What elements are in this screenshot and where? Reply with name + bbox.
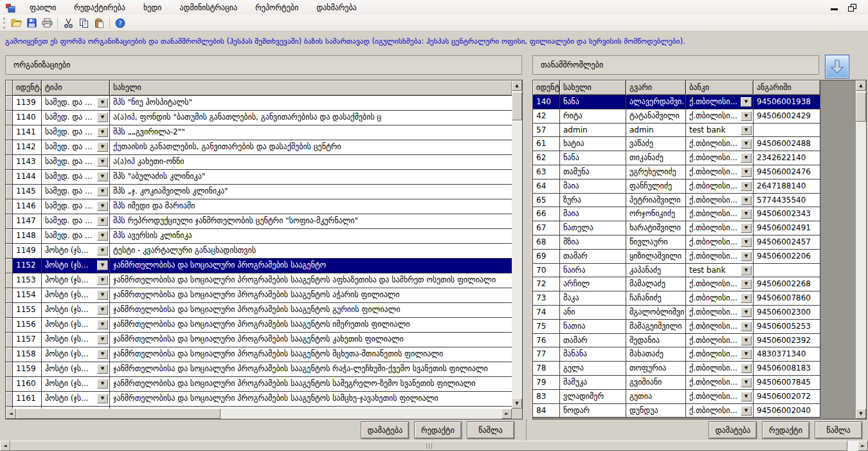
menu-item-5[interactable]: დახმარება [307, 1, 366, 15]
table-row[interactable]: 74ანიმგალობლიშვი...ქ.თბილისი...▼94506002… [533, 306, 866, 320]
table-row[interactable]: 66მაიაორჯონიკიძექ.თბილისი...▼94506002343 [533, 207, 866, 221]
type-dropdown-button[interactable]: ▼ [97, 172, 108, 181]
panel-splitter[interactable] [526, 419, 527, 443]
bank-dropdown-button[interactable]: ▼ [741, 378, 752, 387]
table-row[interactable]: 62ნანათიკანაძექ.თბილისი...▼2342622140 [533, 151, 866, 165]
table-row[interactable]: 1157ჰოსტი (ჯს...▼ჯანმრთელობისა და სოციალ… [6, 333, 522, 347]
table-row[interactable]: 1161ჰოსტი (ჯს...▼ჯანმრთელობისა და სოციალ… [6, 392, 522, 407]
type-dropdown-button[interactable]: ▼ [97, 113, 108, 122]
bank-dropdown-button[interactable]: ▼ [741, 266, 752, 275]
bank-dropdown-button[interactable]: ▼ [741, 322, 752, 331]
type-dropdown-button[interactable]: ▼ [97, 364, 108, 374]
help-button[interactable]: ? [113, 16, 128, 30]
bank-dropdown-button[interactable]: ▼ [741, 167, 752, 177]
table-row[interactable]: 1145სამედ. და ...▼შპს „ჯ. კოკიაშვილის კლ… [6, 185, 522, 199]
bank-dropdown-button[interactable]: ▼ [741, 139, 752, 149]
table-row[interactable]: 77მანანამახათაძექ.თბილისი...▼4830371340 [533, 347, 866, 362]
table-row[interactable]: 1156ჰოსტი (ჯს...▼ჯანმრთელობისა და სოციალ… [6, 318, 522, 333]
scroll-up-button[interactable]: ▲ [856, 80, 866, 91]
scrollbar-thumb[interactable] [512, 92, 522, 120]
scroll-right-button[interactable]: ► [502, 409, 512, 419]
table-row[interactable]: 1149ჰოსტი (ჯს...▼ტესტი - კვარტალური განა… [6, 244, 522, 259]
table-row[interactable]: 69თამარყიზილაშვილიქ.თბილისი...▼945060022… [533, 250, 866, 264]
type-dropdown-button[interactable]: ▼ [97, 349, 108, 359]
column-header-last[interactable]: გვარი [626, 80, 686, 95]
table-row[interactable]: 79მამუკაგვიშიანიქ.თბილისი...▼94506007845 [533, 376, 866, 390]
table-row[interactable]: 65ზურაპეტრიაშვილიქ.თბილისი...▼5774435540 [533, 194, 866, 208]
copy-button[interactable] [76, 16, 91, 30]
type-dropdown-button[interactable]: ▼ [97, 335, 108, 344]
bank-dropdown-button[interactable]: ▼ [741, 196, 752, 205]
menu-item-3[interactable]: ადმინისტრაცია [170, 1, 246, 15]
save-button[interactable] [24, 16, 39, 30]
app-icon[interactable] [5, 3, 17, 13]
table-row[interactable]: 1158ჰოსტი (ჯს...▼ჯანმრთელობისა და სოციალ… [6, 347, 522, 362]
bank-dropdown-button[interactable]: ▼ [741, 406, 752, 416]
type-dropdown-button[interactable]: ▼ [97, 246, 108, 255]
bank-dropdown-button[interactable]: ▼ [741, 336, 752, 345]
table-row[interactable]: 78გელათოფურიაქ.თბილისი...▼94506008183 [533, 362, 866, 376]
menu-item-0[interactable]: ფაილი [21, 1, 65, 15]
scroll-left-button[interactable]: ◄ [0, 441, 10, 451]
bank-dropdown-button[interactable]: ▼ [741, 279, 752, 289]
menu-item-2[interactable]: ხედი [134, 1, 170, 15]
column-header-type[interactable]: ტიპი [42, 80, 110, 96]
bank-dropdown-button[interactable]: ▼ [741, 392, 752, 401]
table-row[interactable]: 1148სამედ. და ...▼შპს ავერსის კლინიკა [6, 229, 522, 244]
type-dropdown-button[interactable]: ▼ [97, 231, 108, 241]
table-row[interactable]: 64მაიაფანჩულიძექ.თბილისი...▼2647188140 [533, 179, 866, 194]
bank-dropdown-button[interactable]: ▼ [741, 181, 752, 191]
table-row[interactable]: 75ნათიამამაგეიშვილიქ.თბილისი...▼94506005… [533, 320, 866, 334]
restore-button[interactable] [848, 4, 856, 12]
type-dropdown-button[interactable]: ▼ [97, 127, 108, 137]
table-row[interactable]: 83ვლადიმერგეთიაქ.თბილისი...▼94506002072 [533, 390, 866, 404]
bank-dropdown-button[interactable]: ▼ [741, 308, 752, 317]
table-row[interactable]: 1142სამედ. და ...▼ქუთაისის განათლების, გ… [6, 140, 522, 155]
table-row[interactable]: 1155ჰოსტი (ჯს...▼ჯანმრთელობისა და სოციალ… [6, 303, 522, 318]
emp-delete-button[interactable]: წაშლა [815, 421, 862, 439]
type-dropdown-button[interactable]: ▼ [97, 379, 108, 389]
bank-dropdown-button[interactable]: ▼ [741, 364, 752, 373]
type-dropdown-button[interactable]: ▼ [97, 201, 108, 211]
column-header-name[interactable]: სახელი [110, 80, 512, 96]
table-row[interactable]: 1147სამედ. და ...▼შპს რეპროდუქციული ჯანმ… [6, 214, 522, 229]
table-row[interactable]: 61ხატიავაწაძექ.თბილისი...▼94506002488 [533, 137, 866, 151]
transfer-down-button[interactable] [825, 55, 849, 78]
table-row[interactable]: 1146სამედ. და ...▼შპს იმედი და მარიამი [6, 199, 522, 214]
type-dropdown-button[interactable]: ▼ [97, 261, 108, 270]
type-dropdown-button[interactable]: ▼ [97, 305, 108, 315]
scroll-down-button[interactable]: ▼ [856, 409, 866, 419]
bank-dropdown-button[interactable]: ▼ [741, 125, 752, 135]
table-row[interactable]: 73მაკაჩაჩანიძექ.თბილისი...▼94506007860 [533, 291, 866, 306]
open-button[interactable] [8, 16, 24, 30]
bank-dropdown-button[interactable]: ▼ [741, 349, 752, 359]
org-delete-button[interactable]: წაშლა [467, 421, 514, 439]
table-row[interactable]: 57adminadmintest bank▼ [533, 124, 866, 138]
window-horizontal-scrollbar[interactable]: ◄ ► [0, 441, 868, 451]
column-header-bank[interactable]: ბანკი [686, 80, 754, 95]
minimize-button[interactable] [831, 8, 838, 10]
bank-dropdown-button[interactable]: ▼ [741, 153, 752, 163]
table-row[interactable]: 1144სამედ. და ...▼შპს "აბულაძის კლინიკა" [6, 170, 522, 185]
table-row[interactable]: 72არჩილმამალაძექ.თბილისი...▼94506002268 [533, 277, 866, 291]
table-row[interactable]: 1160ჰოსტი (ჯს...▼ჯანმრთელობისა და სოციალ… [6, 377, 522, 392]
menu-item-1[interactable]: რედაქტირება [65, 1, 134, 15]
toolbar-grip[interactable] [3, 17, 5, 29]
type-dropdown-button[interactable]: ▼ [97, 98, 108, 107]
emp-edit-button[interactable]: რედაქტი [762, 421, 809, 439]
table-row[interactable]: 63თამუნაუგრეხელიძექ.თბილისი...▼945060024… [533, 165, 866, 179]
bank-dropdown-button[interactable]: ▼ [741, 237, 752, 247]
bank-dropdown-button[interactable]: ▼ [741, 97, 752, 107]
table-row[interactable]: 67ნათელახარატიშვილიქ.თბილისი...▼94506002… [533, 221, 866, 235]
scroll-down-button[interactable]: ▼ [512, 398, 522, 409]
bank-dropdown-button[interactable]: ▼ [741, 252, 752, 261]
column-header-id[interactable]: იდენტ. [13, 80, 42, 96]
scrollbar-thumb[interactable] [856, 92, 866, 122]
menu-item-4[interactable]: რეპორტები [246, 1, 307, 15]
print-button[interactable] [39, 16, 55, 30]
cut-button[interactable] [60, 16, 76, 30]
table-row[interactable]: 1140სამედ. და ...▼ა(ა)იპ, ფონდის "ბათუმი… [6, 111, 522, 125]
bank-dropdown-button[interactable]: ▼ [741, 223, 752, 233]
scrollbar-thumb[interactable] [10, 441, 847, 451]
bank-dropdown-button[interactable]: ▼ [741, 209, 752, 219]
